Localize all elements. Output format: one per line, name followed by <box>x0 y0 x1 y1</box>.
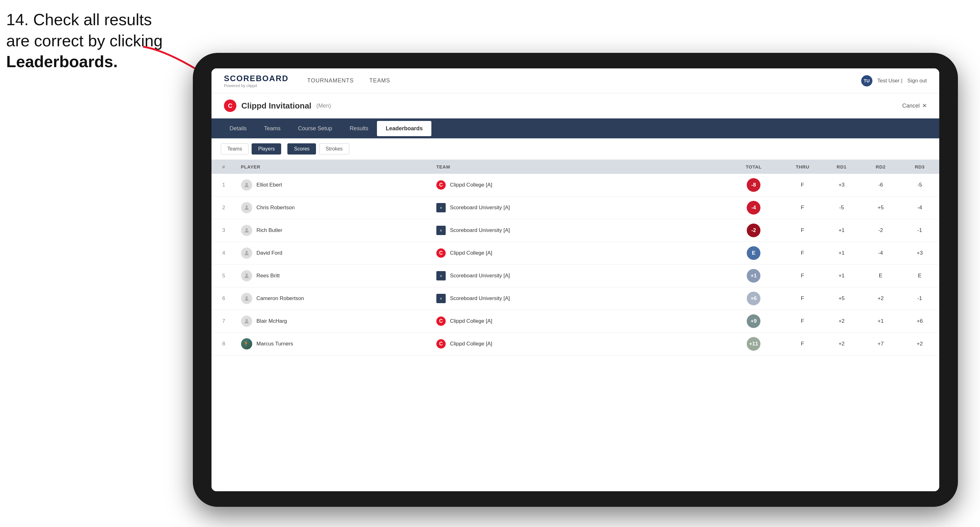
player-name: Rees Britt <box>256 273 280 279</box>
cell-player: Cameron Robertson <box>236 287 431 310</box>
nav-tournaments[interactable]: TOURNAMENTS <box>307 76 354 85</box>
team-name: Clippd College [A] <box>450 318 492 324</box>
instruction-line3: Leaderboards. <box>6 52 118 71</box>
cell-thru: F <box>783 174 822 197</box>
cell-total: -8 <box>724 174 783 197</box>
filter-teams[interactable]: Teams <box>221 143 248 154</box>
filter-players[interactable]: Players <box>251 143 281 154</box>
player-name: Rich Butler <box>256 227 282 233</box>
col-header-rd3: RD3 <box>900 160 939 174</box>
cell-total: -4 <box>724 197 783 219</box>
cell-rd2: +2 <box>861 287 900 310</box>
cell-player: Chris Robertson <box>236 197 431 219</box>
cell-thru: F <box>783 197 822 219</box>
nav-links: TOURNAMENTS TEAMS <box>307 76 861 85</box>
score-badge: +6 <box>747 292 760 305</box>
col-header-thru: THRU <box>783 160 822 174</box>
score-badge: +9 <box>747 314 760 328</box>
cell-total: +11 <box>724 333 783 356</box>
cell-rd1: +5 <box>822 287 861 310</box>
tablet-device: SCOREBOARD Powered by clippd TOURNAMENTS… <box>193 53 958 507</box>
tab-details[interactable]: Details <box>221 121 255 136</box>
player-avatar <box>241 293 252 304</box>
cell-rd2: +1 <box>861 310 900 333</box>
tournament-gender: (Men) <box>316 103 331 109</box>
navbar: SCOREBOARD Powered by clippd TOURNAMENTS… <box>212 68 939 93</box>
cell-rd1: +1 <box>822 265 861 287</box>
cell-rank: 7 <box>212 310 236 333</box>
cell-rd2: -6 <box>861 174 900 197</box>
cell-rd3: -5 <box>900 174 939 197</box>
table-row: 1Elliot EbertCClippd College [A]-8F+3-6-… <box>212 174 939 197</box>
score-badge: +11 <box>747 337 760 351</box>
team-name: Clippd College [A] <box>450 341 492 347</box>
nav-teams[interactable]: TEAMS <box>369 76 390 85</box>
cell-total: -2 <box>724 219 783 242</box>
player-name: Chris Robertson <box>256 205 295 211</box>
cell-rank: 1 <box>212 174 236 197</box>
col-header-rd1: RD1 <box>822 160 861 174</box>
filter-scores[interactable]: Scores <box>287 143 316 154</box>
cell-rd1: +1 <box>822 219 861 242</box>
cell-team: ≡Scoreboard University [A] <box>431 265 724 287</box>
cell-rd1: +2 <box>822 333 861 356</box>
results-table: # PLAYER TEAM TOTAL THRU RD1 RD2 RD3 1El… <box>212 160 939 356</box>
tab-results[interactable]: Results <box>341 121 377 136</box>
team-name: Scoreboard University [A] <box>450 227 510 233</box>
user-avatar: TU <box>861 75 872 86</box>
cell-rd2: -2 <box>861 219 900 242</box>
cell-rd2: +7 <box>861 333 900 356</box>
player-avatar <box>241 179 252 190</box>
cell-rank: 6 <box>212 287 236 310</box>
sign-out-link[interactable]: Sign out <box>908 78 927 84</box>
cell-total: +1 <box>724 265 783 287</box>
team-logo-scoreboard: ≡ <box>436 294 446 303</box>
logo-area: SCOREBOARD Powered by clippd <box>224 74 289 88</box>
team-name: Scoreboard University [A] <box>450 295 510 302</box>
table-row: 7Blair McHargCClippd College [A]+9F+2+1+… <box>212 310 939 333</box>
player-avatar <box>241 202 252 213</box>
tab-course-setup[interactable]: Course Setup <box>289 121 341 136</box>
cell-rd1: -5 <box>822 197 861 219</box>
cell-rd3: +3 <box>900 242 939 265</box>
cell-rd3: -4 <box>900 197 939 219</box>
logo-text: SCOREBOARD <box>224 74 289 83</box>
table-row: 3Rich Butler≡Scoreboard University [A]-2… <box>212 219 939 242</box>
cell-rank: 5 <box>212 265 236 287</box>
cell-rd2: -4 <box>861 242 900 265</box>
score-badge: -8 <box>747 178 760 192</box>
cell-player: 🏌Marcus Turners <box>236 333 431 356</box>
cell-thru: F <box>783 219 822 242</box>
player-name: Marcus Turners <box>256 341 293 347</box>
cell-player: Elliot Ebert <box>236 174 431 197</box>
score-badge: E <box>747 246 760 260</box>
logo-sub: Powered by clippd <box>224 83 289 88</box>
tab-teams[interactable]: Teams <box>255 121 289 136</box>
player-name: Elliot Ebert <box>256 182 282 188</box>
table-row: 5Rees Britt≡Scoreboard University [A]+1F… <box>212 265 939 287</box>
cell-team: CClippd College [A] <box>431 333 724 356</box>
cell-rd2: E <box>861 265 900 287</box>
team-logo-clippd: C <box>436 316 446 326</box>
cell-thru: F <box>783 265 822 287</box>
team-logo-clippd: C <box>436 180 446 190</box>
cell-total: +9 <box>724 310 783 333</box>
player-avatar <box>241 270 252 281</box>
tab-leaderboards[interactable]: Leaderboards <box>377 121 431 136</box>
team-name: Clippd College [A] <box>450 182 492 188</box>
nav-right: TU Test User | Sign out <box>861 75 927 86</box>
player-name: Blair McHarg <box>256 318 287 324</box>
cell-rd3: +6 <box>900 310 939 333</box>
team-name: Scoreboard University [A] <box>450 273 510 279</box>
col-header-total: TOTAL <box>724 160 783 174</box>
cell-team: CClippd College [A] <box>431 242 724 265</box>
score-badge: +1 <box>747 269 760 283</box>
team-logo-scoreboard: ≡ <box>436 226 446 235</box>
cell-player: Rich Butler <box>236 219 431 242</box>
svg-point-3 <box>245 228 248 230</box>
tablet-screen: SCOREBOARD Powered by clippd TOURNAMENTS… <box>212 68 939 491</box>
filter-strokes[interactable]: Strokes <box>319 143 349 154</box>
score-badge: -4 <box>747 201 760 214</box>
cell-rd1: +3 <box>822 174 861 197</box>
cancel-button[interactable]: Cancel ✕ <box>902 102 927 109</box>
